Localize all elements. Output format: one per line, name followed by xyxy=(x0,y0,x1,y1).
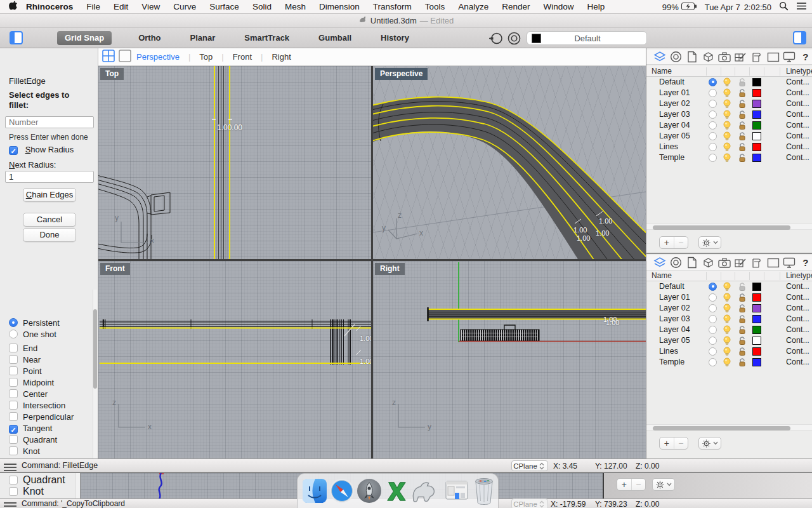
help-panel-icon[interactable]: ? xyxy=(799,257,812,269)
menu-window[interactable]: Window xyxy=(544,2,574,11)
layer-name[interactable]: Layer 05 xyxy=(659,336,690,345)
layer-name[interactable]: Layer 02 xyxy=(659,304,690,312)
menu-surface[interactable]: Surface xyxy=(209,2,239,11)
layer-color-swatch[interactable] xyxy=(752,304,761,312)
layer-name[interactable]: Layer 05 xyxy=(659,131,690,140)
current-layer-radio[interactable] xyxy=(709,89,717,97)
osnap-option[interactable]: Persistent xyxy=(9,318,60,330)
notes-panel-icon[interactable] xyxy=(685,257,700,269)
named-views-panel-icon[interactable] xyxy=(717,51,732,64)
layer-linetype[interactable]: Cont... xyxy=(786,358,809,366)
osnap-checkbox-perpendicular[interactable] xyxy=(9,412,18,421)
layer-color-swatch[interactable] xyxy=(752,347,761,356)
layer-color-swatch[interactable] xyxy=(752,110,761,119)
current-layer-radio[interactable] xyxy=(709,283,717,291)
viewport-top[interactable]: Top 1.00.00 y x xyxy=(98,66,371,259)
box-display-panel-icon[interactable] xyxy=(702,51,716,64)
osnap-checkbox-intersection[interactable] xyxy=(9,401,18,410)
osnap-option[interactable]: ✓Tangent xyxy=(9,424,52,435)
viewport-tab-top[interactable]: Top xyxy=(199,52,213,62)
viewport-tab-perspective[interactable]: Perspective xyxy=(136,52,180,62)
help-panel-icon[interactable]: ? xyxy=(799,51,812,64)
notes-panel-icon[interactable] xyxy=(685,51,700,64)
add-layer-button[interactable]: + xyxy=(617,479,631,490)
dock-launchpad-icon[interactable] xyxy=(357,477,382,505)
layer-name[interactable]: Lines xyxy=(659,142,678,151)
current-layer-radio[interactable] xyxy=(709,143,717,151)
layers-horizontal-scrollbar[interactable] xyxy=(646,224,812,230)
viewport-perspective[interactable]: Perspective 1.00 1.00 1.00 1.00 z y x xyxy=(373,66,646,259)
layers-horizontal-scrollbar[interactable] xyxy=(646,424,812,431)
osnap-option[interactable]: Center xyxy=(9,389,48,401)
layer-row[interactable]: LinesCont... xyxy=(646,142,812,152)
current-layer-radio[interactable] xyxy=(709,110,717,119)
command-prompt-text[interactable]: Command: '_CopyToClipboard xyxy=(22,499,125,508)
layer-row[interactable]: LinesCont... xyxy=(646,346,812,357)
menu-solid[interactable]: Solid xyxy=(252,2,272,11)
layer-name[interactable]: Lines xyxy=(659,347,678,356)
layer-color-swatch[interactable] xyxy=(752,358,761,366)
layer-linetype[interactable]: Cont... xyxy=(786,314,809,323)
command-history-icon[interactable] xyxy=(4,500,16,508)
done-button[interactable]: Done xyxy=(23,228,76,242)
named-views-panel-icon[interactable] xyxy=(717,257,732,269)
current-layer-radio[interactable] xyxy=(709,347,717,356)
layer-color-swatch[interactable] xyxy=(752,143,761,151)
menu-mesh[interactable]: Mesh xyxy=(285,2,306,11)
layer-row[interactable]: Layer 01Cont... xyxy=(646,88,812,98)
osnap-option[interactable]: Perpendicular xyxy=(9,412,74,424)
layer-add-remove-buttons[interactable]: + − xyxy=(659,236,688,249)
chain-edges-button[interactable]: Chain Edges xyxy=(23,188,76,202)
layer-visibility-bulb-icon[interactable] xyxy=(723,358,731,369)
box-display-panel-icon[interactable] xyxy=(702,257,716,269)
layer-row[interactable]: TempleCont... xyxy=(646,152,812,163)
layer-name[interactable]: Default xyxy=(659,77,684,86)
remove-layer-button[interactable]: − xyxy=(631,479,646,490)
layer-name[interactable]: Layer 02 xyxy=(659,99,690,108)
remove-layer-button[interactable]: − xyxy=(674,237,688,248)
layer-row[interactable]: Layer 02Cont... xyxy=(646,303,812,314)
layer-row[interactable]: Layer 02Cont... xyxy=(646,98,812,109)
display-panel-icon[interactable] xyxy=(782,257,797,269)
osnap-checkbox-end[interactable] xyxy=(9,344,18,352)
command-history-icon[interactable] xyxy=(4,462,16,473)
layer-color-swatch[interactable] xyxy=(752,283,761,291)
layer-linetype[interactable]: Cont... xyxy=(786,325,809,334)
osnap-checkbox-tangent[interactable]: ✓ xyxy=(9,425,18,434)
command-prompt-text[interactable]: Command: FilletEdge xyxy=(22,461,98,470)
layer-color-swatch[interactable] xyxy=(752,326,761,334)
remove-layer-button[interactable]: − xyxy=(674,438,688,449)
layer-row[interactable]: Layer 04Cont... xyxy=(646,324,812,335)
osnap-checkbox-quadrant[interactable] xyxy=(9,476,18,485)
snap-toggle-history[interactable]: History xyxy=(378,31,412,45)
layer-linetype[interactable]: Cont... xyxy=(786,131,809,140)
dock-minimized-window-thumbnail[interactable] xyxy=(444,477,469,505)
layer-name[interactable]: Layer 03 xyxy=(659,110,690,119)
menu-curve[interactable]: Curve xyxy=(173,2,196,11)
named-cplanes-panel-icon[interactable] xyxy=(734,51,749,64)
osnap-option[interactable]: Near xyxy=(9,355,41,366)
menu-rhinoceros[interactable]: Rhinoceros xyxy=(26,2,73,11)
layer-linetype[interactable]: Cont... xyxy=(786,99,809,108)
current-layer-radio[interactable] xyxy=(709,358,717,366)
menu-clock-date[interactable]: Tue Apr 7 xyxy=(705,3,740,12)
layer-add-remove-buttons[interactable]: + − xyxy=(659,437,688,450)
current-layer-radio[interactable] xyxy=(709,304,717,312)
notification-center-icon[interactable] xyxy=(796,2,807,12)
layer-linetype[interactable]: Cont... xyxy=(786,293,809,302)
background-scrollbar[interactable] xyxy=(75,473,81,499)
snap-toggle-ortho[interactable]: Ortho xyxy=(136,31,163,45)
menu-transform[interactable]: Transform xyxy=(373,2,412,11)
current-layer-radio[interactable] xyxy=(709,293,717,302)
right-sidebar-toggle-icon[interactable] xyxy=(793,31,806,47)
viewport-tab-right[interactable]: Right xyxy=(272,52,291,62)
current-layer-radio[interactable] xyxy=(709,154,717,162)
layer-name[interactable]: Layer 04 xyxy=(659,325,690,334)
next-radius-input[interactable] xyxy=(5,171,94,183)
layer-color-swatch[interactable] xyxy=(752,315,761,323)
show-radius-checkbox[interactable]: ✓ xyxy=(9,146,18,155)
current-layer-radio[interactable] xyxy=(709,326,717,334)
layer-add-remove-buttons[interactable]: + − xyxy=(617,478,646,491)
osnap-option[interactable]: One shot xyxy=(9,330,56,341)
osnap-checkbox-quadrant[interactable] xyxy=(9,435,18,444)
